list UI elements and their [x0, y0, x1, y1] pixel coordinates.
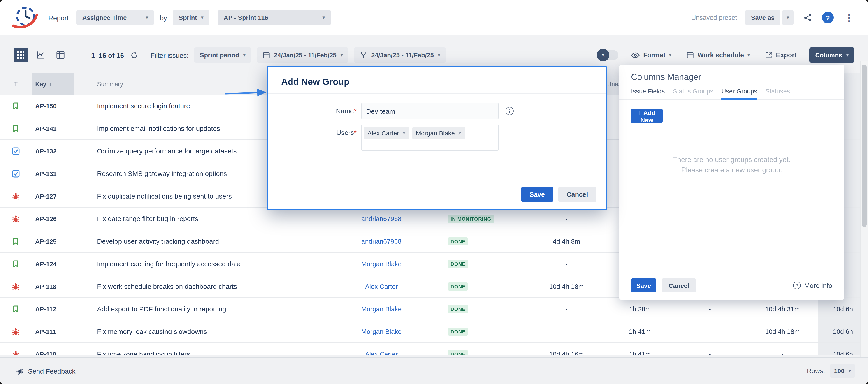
columns-button[interactable]: Columns ▾	[809, 47, 855, 63]
tab-status-groups[interactable]: Status Groups	[673, 88, 713, 99]
time-cell: -	[526, 305, 607, 313]
issue-summary: Fix time zone handling in filters	[74, 350, 343, 355]
tab-statuses[interactable]: Statuses	[765, 88, 790, 99]
issue-summary: Develop user activity tracking dashboard	[74, 237, 343, 245]
status-badge: DONE	[448, 260, 468, 268]
story-icon	[12, 124, 20, 132]
issue-type-cell	[0, 350, 32, 355]
users-multiselect[interactable]: Alex Carter×Morgan Blake×	[361, 125, 499, 151]
date-range-select[interactable]: 24/Jan/25 - 11/Feb/25 ▾	[257, 47, 349, 63]
column-header-key[interactable]: Key ↓	[32, 73, 74, 95]
chevron-down-icon: ▾	[341, 53, 343, 57]
issue-key: AP-118	[32, 283, 74, 290]
chevron-down-icon: ▾	[669, 53, 671, 57]
column-header-type[interactable]: T	[0, 81, 32, 87]
user-tag: Morgan Blake×	[412, 127, 465, 139]
status-badge: IN MONITORING	[448, 215, 494, 223]
panel-cancel-button[interactable]: Cancel	[662, 279, 696, 292]
assignee-link[interactable]: Morgan Blake	[361, 305, 402, 313]
user-tag: Alex Carter×	[364, 127, 409, 139]
table-row[interactable]: AP-112Add export to PDF functionality in…	[0, 298, 868, 320]
chevron-down-icon: ▾	[438, 53, 440, 57]
time-cell: -	[673, 350, 747, 355]
top-header: Report: Assignee Time ▾ by Sprint ▾ AP -…	[0, 0, 868, 35]
worklog-range-select[interactable]: 24/Jan/25 - 11/Feb/25 ▾	[354, 47, 446, 63]
columns-manager-title: Columns Manager	[619, 65, 844, 82]
remove-user-icon[interactable]: ×	[402, 130, 406, 136]
issue-key: AP-112	[32, 305, 74, 313]
story-icon	[12, 237, 20, 245]
assignee-link[interactable]: andrian67968	[361, 215, 401, 222]
export-button[interactable]: Export	[763, 51, 799, 59]
modal-cancel-button[interactable]: Cancel	[558, 187, 596, 202]
visibility-toggle[interactable]: ×	[598, 50, 618, 60]
add-new-group-button[interactable]: + Add New Group	[631, 108, 662, 123]
kebab-menu-button[interactable]: ⋮	[842, 13, 856, 23]
issue-summary: Fix date range filter bug in reports	[74, 215, 343, 222]
assignee-link[interactable]: andrian67968	[361, 237, 401, 245]
app-logo-icon	[12, 4, 38, 31]
issue-type-cell	[0, 124, 32, 132]
filter-issues-label: Filter issues:	[151, 51, 188, 59]
group-name-input[interactable]	[361, 103, 499, 119]
status-badge: DONE	[448, 283, 468, 291]
tab-issue-fields[interactable]: Issue Fields	[631, 88, 665, 99]
report-label: Report:	[48, 14, 70, 22]
group-by-select[interactable]: Sprint ▾	[173, 10, 209, 25]
status-badge: DONE	[448, 237, 468, 246]
period-select[interactable]: Sprint period ▾	[194, 47, 251, 63]
scrollbar-thumb[interactable]	[862, 65, 867, 227]
assignee-link[interactable]: Alex Carter	[365, 350, 398, 355]
grid-view-button[interactable]	[13, 48, 28, 62]
bug-icon	[12, 215, 20, 223]
work-schedule-button[interactable]: Work schedule ▾	[684, 51, 753, 59]
save-as-button[interactable]: Save as	[745, 10, 780, 25]
more-info-link[interactable]: ? More info	[790, 281, 835, 290]
columns-manager-panel: Columns Manager Issue FieldsStatus Group…	[619, 65, 844, 299]
time-cell: -	[526, 328, 607, 335]
issue-type-cell	[0, 327, 32, 335]
issue-summary: Fix work schedule breaks on dashboard ch…	[74, 283, 343, 290]
rows-per-page-select[interactable]: 100 ▾	[829, 364, 855, 378]
remove-user-icon[interactable]: ×	[458, 130, 462, 136]
help-button[interactable]: ?	[822, 12, 834, 24]
name-label: Name*	[268, 103, 361, 115]
issue-type-cell	[0, 282, 32, 290]
tab-user-groups[interactable]: User Groups	[721, 88, 757, 100]
time-cell: 10d 4h 31m	[747, 305, 818, 313]
time-cell: 1h 28m	[607, 305, 673, 313]
assignee-link[interactable]: Morgan Blake	[361, 260, 402, 267]
save-as-menu-button[interactable]: ▾	[782, 10, 794, 25]
issue-status-cell: DONE	[420, 305, 526, 313]
issue-assignee-cell: Alex Carter	[343, 283, 420, 290]
assignee-link[interactable]: Alex Carter	[365, 283, 398, 290]
panel-save-button[interactable]: Save	[631, 279, 656, 292]
share-button[interactable]	[802, 11, 814, 24]
issue-status-cell: DONE	[420, 327, 526, 336]
refresh-button[interactable]	[129, 50, 139, 60]
send-feedback-button[interactable]: Send Feedback	[13, 366, 78, 376]
modal-save-button[interactable]: Save	[521, 187, 553, 202]
modal-title: Add New Group	[268, 67, 606, 94]
empty-state-text: There are no user groups created yet. Pl…	[619, 154, 844, 175]
time-cell: 10d 4h 18m	[747, 328, 818, 335]
time-cell: 10d 4h 18m	[526, 283, 607, 290]
format-button[interactable]: Format ▾	[628, 51, 674, 59]
table-row[interactable]: AP-111Fix memory leak causing slowdownsM…	[0, 320, 868, 343]
sprint-select[interactable]: AP - Sprint 116 ▾	[218, 10, 331, 25]
info-icon[interactable]: i	[505, 107, 514, 115]
report-type-select[interactable]: Assignee Time ▾	[76, 10, 154, 25]
pivot-table-icon	[56, 51, 65, 59]
issue-assignee-cell: Morgan Blake	[343, 328, 420, 335]
chevron-down-icon: ▾	[848, 369, 851, 373]
chart-view-button[interactable]	[33, 48, 48, 62]
grid-icon	[17, 52, 24, 59]
issue-key: AP-126	[32, 215, 74, 222]
assignee-link[interactable]: Morgan Blake	[361, 328, 402, 335]
chevron-down-icon: ▾	[322, 15, 325, 20]
table-row[interactable]: AP-110Fix time zone handling in filtersA…	[0, 343, 868, 355]
pivot-view-button[interactable]	[53, 48, 68, 62]
calendar-icon	[687, 52, 694, 59]
issue-assignee-cell: Alex Carter	[343, 350, 420, 355]
by-label: by	[160, 14, 167, 22]
